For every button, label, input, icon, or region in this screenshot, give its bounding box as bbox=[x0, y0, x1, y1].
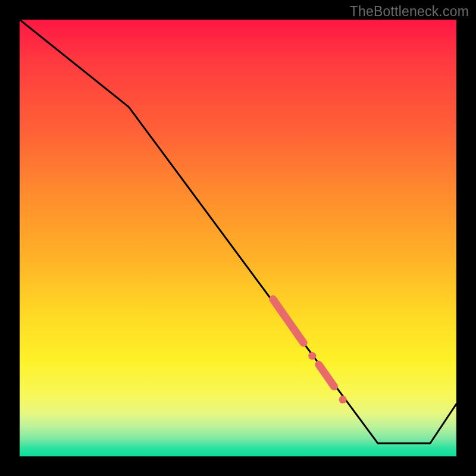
watermark-text: TheBottleneck.com bbox=[350, 4, 469, 20]
chart-frame: TheBottleneck.com bbox=[0, 0, 476, 476]
chart-overlay bbox=[20, 20, 456, 456]
bottleneck-line bbox=[20, 20, 456, 443]
highlight-dot bbox=[339, 396, 347, 403]
highlight-segment bbox=[319, 365, 334, 387]
highlight-dot bbox=[308, 352, 316, 360]
highlight-segment bbox=[273, 299, 303, 343]
